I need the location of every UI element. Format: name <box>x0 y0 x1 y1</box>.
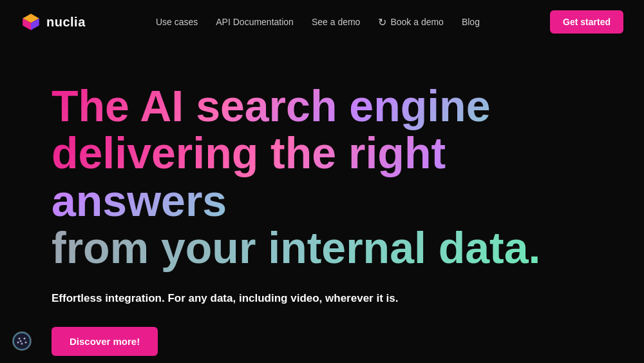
cookie-icon[interactable] <box>12 331 32 351</box>
headline-part2: delivering the right answers <box>52 128 446 224</box>
logo-area[interactable]: nuclia <box>21 12 86 32</box>
nav-link-use-cases[interactable]: Use cases <box>156 17 198 27</box>
nav-item-api-docs[interactable]: API Documentation <box>216 16 294 28</box>
nav-item-blog[interactable]: Blog <box>462 16 480 28</box>
nav-item-book-demo[interactable]: ↻ Book a demo <box>378 16 444 28</box>
svg-point-11 <box>20 340 22 342</box>
nav-link-see-demo[interactable]: See a demo <box>312 17 361 27</box>
svg-point-5 <box>14 333 30 349</box>
refresh-icon: ↻ <box>378 16 386 28</box>
headline-part3: from your internal data. <box>52 223 540 272</box>
hero-subtext: Effortless integration. For any data, in… <box>52 290 592 307</box>
nav-link-blog[interactable]: Blog <box>462 17 480 27</box>
logo-text: nuclia <box>46 15 86 30</box>
nav-item-see-demo[interactable]: See a demo <box>312 16 361 28</box>
nav-link-book-demo[interactable]: ↻ Book a demo <box>378 16 444 28</box>
nav-links: Use cases API Documentation See a demo ↻… <box>156 16 480 28</box>
svg-point-9 <box>21 343 23 345</box>
hero-headline: The AI search engine delivering the righ… <box>52 83 554 272</box>
headline-part1: The AI search engine <box>52 81 490 130</box>
nav-link-api-docs[interactable]: API Documentation <box>216 17 294 27</box>
svg-point-6 <box>19 338 21 340</box>
main-nav: nuclia Use cases API Documentation See a… <box>0 0 644 44</box>
nav-item-use-cases[interactable]: Use cases <box>156 16 198 28</box>
svg-point-10 <box>25 342 27 344</box>
hero-section: The AI search engine delivering the righ… <box>0 44 644 356</box>
nuclia-cube-icon <box>21 12 41 32</box>
svg-point-7 <box>24 338 26 340</box>
get-started-button[interactable]: Get started <box>550 10 623 34</box>
svg-point-8 <box>17 342 19 344</box>
discover-more-button[interactable]: Discover more! <box>52 327 158 356</box>
